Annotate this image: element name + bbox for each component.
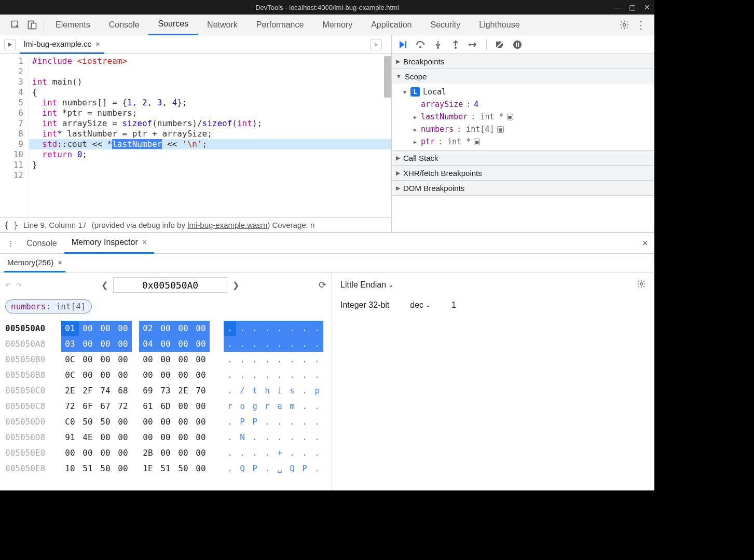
gutter-line[interactable]: 10	[0, 149, 23, 160]
ascii-char[interactable]: .	[286, 321, 298, 336]
hex-byte[interactable]: 51	[79, 461, 97, 476]
hex-byte[interactable]: 00	[192, 352, 210, 367]
gutter-line[interactable]: 7	[0, 118, 23, 129]
hex-byte[interactable]: 0C	[61, 352, 79, 367]
gutter-line[interactable]: 3	[0, 77, 23, 87]
hex-byte[interactable]: 00	[192, 321, 210, 336]
deactivate-breakpoints-icon[interactable]	[495, 40, 504, 49]
redo-icon[interactable]: ↷	[16, 281, 22, 289]
ascii-char[interactable]: .	[249, 352, 261, 367]
memory-tab[interactable]: Memory(256) ×	[4, 254, 65, 272]
hex-byte[interactable]: 61	[139, 399, 157, 414]
gutter-line[interactable]: 2	[0, 66, 23, 77]
ascii-char[interactable]: .	[249, 367, 261, 383]
file-tab[interactable]: lmi-bug-example.cc ×	[20, 35, 104, 54]
tab-network[interactable]: Network	[198, 15, 247, 35]
ascii-char[interactable]: Q	[236, 461, 249, 476]
hex-byte[interactable]: 00	[139, 352, 157, 367]
base-select[interactable]: dec ⌄	[410, 301, 431, 310]
console-tab[interactable]: Console	[19, 233, 64, 254]
ascii-char[interactable]: .	[311, 321, 323, 336]
code-line[interactable]: {	[29, 87, 391, 98]
ascii-char[interactable]: .	[286, 414, 298, 430]
ascii-char[interactable]: .	[249, 445, 261, 461]
gutter-line[interactable]: 9	[0, 139, 23, 149]
tab-sources[interactable]: Sources	[148, 15, 198, 35]
hex-byte[interactable]: 00	[97, 321, 114, 336]
hex-byte[interactable]: 00	[174, 367, 192, 383]
code-editor[interactable]: 123456789101112 #include <iostream>int m…	[0, 54, 391, 217]
hex-view[interactable]: 005050A00100000002000000........005050A8…	[0, 316, 332, 482]
hex-byte[interactable]: 67	[97, 399, 114, 414]
ascii-char[interactable]: .	[298, 445, 311, 461]
hex-row[interactable]: 005050B00C00000000000000........	[5, 352, 326, 367]
code-line[interactable]: return 0;	[29, 149, 391, 160]
hex-byte[interactable]: 00	[174, 430, 192, 445]
gutter-line[interactable]: 6	[0, 108, 23, 118]
hex-byte[interactable]: 00	[114, 445, 132, 461]
ascii-char[interactable]: /	[236, 383, 249, 399]
ascii-char[interactable]: .	[249, 321, 261, 336]
variable-chip[interactable]: numbers: int[4]	[5, 299, 92, 313]
close-tab-icon[interactable]: ×	[142, 238, 147, 247]
tab-lighthouse[interactable]: Lighthouse	[470, 15, 529, 35]
ascii-char[interactable]: ␣	[273, 461, 286, 476]
ascii-char[interactable]: .	[273, 321, 286, 336]
hex-byte[interactable]: 50	[97, 461, 114, 476]
ascii-char[interactable]: .	[236, 367, 249, 383]
ascii-char[interactable]: .	[224, 430, 236, 445]
hex-row[interactable]: 005050E0000000002B000000....+...	[5, 445, 326, 461]
ascii-char[interactable]: m	[286, 399, 298, 414]
hex-byte[interactable]: C0	[61, 414, 79, 430]
maximize-icon[interactable]: ▢	[629, 3, 636, 11]
xhr-breakpoints-header[interactable]: ▶ XHR/fetch Breakpoints	[392, 166, 654, 180]
hex-row[interactable]: 005050D8914E000000000000.N......	[5, 430, 326, 445]
hex-byte[interactable]: 50	[97, 414, 114, 430]
gutter-line[interactable]: 12	[0, 170, 23, 181]
step-out-icon[interactable]	[451, 40, 460, 49]
ascii-char[interactable]: .	[236, 445, 249, 461]
ascii-char[interactable]: .	[261, 445, 273, 461]
hex-byte[interactable]: 00	[157, 367, 174, 383]
hex-byte[interactable]: 00	[97, 352, 114, 367]
pretty-print-toggle[interactable]	[371, 39, 382, 50]
address-input[interactable]	[113, 277, 227, 293]
gutter-line[interactable]: 4	[0, 87, 23, 98]
ascii-char[interactable]: .	[273, 336, 286, 352]
ascii-char[interactable]: .	[236, 352, 249, 367]
ascii-char[interactable]: r	[261, 399, 273, 414]
hex-byte[interactable]: 00	[79, 445, 97, 461]
memory-icon[interactable]: ▦	[507, 114, 513, 120]
ascii-char[interactable]: .	[273, 430, 286, 445]
ascii-char[interactable]: .	[249, 336, 261, 352]
ascii-char[interactable]: .	[298, 383, 311, 399]
gutter-line[interactable]: 8	[0, 129, 23, 139]
ascii-char[interactable]: .	[311, 367, 323, 383]
gutter-line[interactable]: 1	[0, 56, 23, 66]
hex-byte[interactable]: 00	[114, 321, 132, 336]
hex-byte[interactable]: 00	[79, 367, 97, 383]
device-icon[interactable]	[27, 20, 37, 30]
ascii-char[interactable]: .	[298, 414, 311, 430]
undo-icon[interactable]: ↶	[5, 281, 11, 289]
hex-row[interactable]: 005050D0C050500000000000.PP.....	[5, 414, 326, 430]
ascii-char[interactable]: r	[224, 399, 236, 414]
next-page-icon[interactable]: ❯	[232, 280, 239, 290]
ascii-char[interactable]: .	[224, 367, 236, 383]
ascii-char[interactable]: .	[298, 336, 311, 352]
code-line[interactable]: int arraySize = sizeof(numbers)/sizeof(i…	[29, 118, 391, 129]
hex-byte[interactable]: 00	[192, 461, 210, 476]
hex-byte[interactable]: 00	[174, 399, 192, 414]
endian-select[interactable]: Little Endian ⌄	[340, 280, 393, 290]
hex-row[interactable]: 005050C02E2F746869732E70./this.p	[5, 383, 326, 399]
hex-byte[interactable]: 00	[139, 414, 157, 430]
hex-byte[interactable]: 01	[61, 321, 79, 336]
code-line[interactable]: int main()	[29, 77, 391, 87]
hex-row[interactable]: 005050E8105150001E515000.QP.␣QP.	[5, 461, 326, 476]
hex-byte[interactable]: 00	[79, 336, 97, 352]
hex-byte[interactable]: 00	[157, 430, 174, 445]
hex-byte[interactable]: 2E	[174, 383, 192, 399]
hex-byte[interactable]: 70	[192, 383, 210, 399]
hex-byte[interactable]: 04	[139, 336, 157, 352]
code-line[interactable]: std::cout << *lastNumber << '\n';	[29, 139, 391, 149]
